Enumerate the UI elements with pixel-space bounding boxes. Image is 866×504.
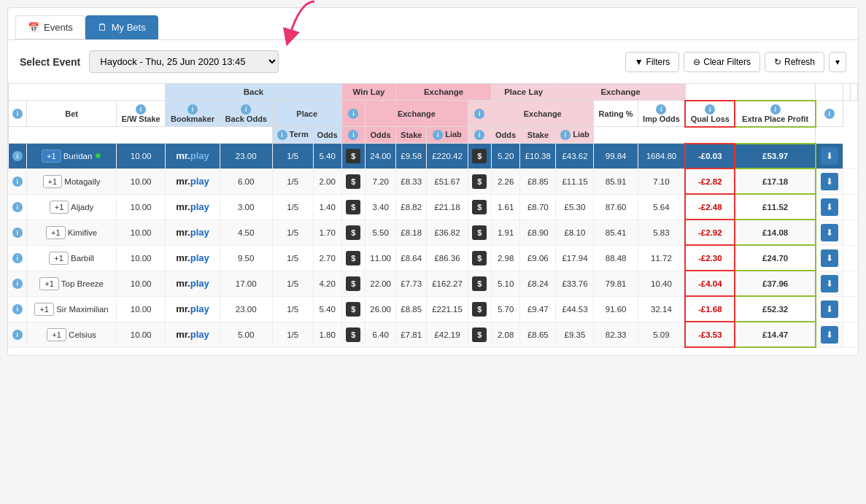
add-bet-button[interactable]: +1 [42,150,61,163]
info-icon-row[interactable]: i [12,228,23,238]
place-lay-s-badge[interactable]: $ [468,271,491,296]
action-button[interactable]: ⬇ [821,301,838,318]
clear-filters-button[interactable]: ⊖ Clear Filters [684,52,760,72]
info-icon-ql[interactable]: i [705,104,715,115]
s-badge-win[interactable]: $ [346,302,360,317]
th-empty-end [594,127,816,144]
s-badge-place[interactable]: $ [472,200,487,214]
dropdown-arrow-button[interactable]: ▾ [829,52,846,72]
info-icon-pt[interactable]: i [277,130,287,140]
info-icon-pl[interactable]: i [474,109,484,119]
win-lay-s-badge[interactable]: $ [341,271,365,296]
action-button[interactable]: ⬇ [821,326,838,344]
info-icon-bet[interactable]: i [12,109,23,119]
info-icon-pl3[interactable]: i [560,130,571,140]
add-button-cell[interactable]: +1 Buridan ● [27,144,117,169]
info-icon-wl[interactable]: i [348,109,358,119]
s-badge-win[interactable]: $ [346,200,360,214]
s-badge-place[interactable]: $ [472,276,487,291]
add-button-cell[interactable]: +1 Aljady [27,194,117,220]
filters-button[interactable]: ▼ Filters [625,52,680,72]
s-badge-place[interactable]: $ [472,225,487,240]
action-cell[interactable]: ⬇ [816,144,843,169]
info-icon-pl2[interactable]: i [474,130,484,140]
action-button[interactable]: ⬇ [821,224,838,241]
info-icon-wl3[interactable]: i [433,130,443,140]
add-bet-button[interactable]: +1 [46,226,66,239]
add-bet-button[interactable]: +1 [39,277,59,290]
info-icon-act[interactable]: i [824,109,835,119]
bookmaker-cell: mr.play [166,296,220,322]
add-bet-button[interactable]: +1 [47,328,66,341]
win-lay-s-badge[interactable]: $ [341,245,365,271]
add-bet-button[interactable]: +1 [43,175,63,188]
s-badge-place[interactable]: $ [472,251,487,265]
clear-filters-label: Clear Filters [703,57,751,67]
win-lay-s-badge[interactable]: $ [341,296,365,322]
s-badge-place[interactable]: $ [472,302,487,317]
place-lay-s-badge[interactable]: $ [468,168,491,194]
table-row: i +1 Motagally 10.00 mr.play 6.00 1/5 2.… [9,168,858,194]
place-lay-s-badge[interactable]: $ [468,296,491,322]
s-badge-place[interactable]: $ [472,327,487,342]
s-badge-win[interactable]: $ [346,174,360,189]
place-lay-s-badge[interactable]: $ [468,245,491,271]
add-button-cell[interactable]: +1 Sir Maximilian [27,296,117,322]
place-lay-s-badge[interactable]: $ [468,322,491,347]
s-badge-win[interactable]: $ [346,149,360,163]
action-button[interactable]: ⬇ [821,249,838,267]
add-button-cell[interactable]: +1 Motagally [27,168,117,194]
info-icon-ew[interactable]: i [136,104,146,115]
add-button-cell[interactable]: +1 Celsius [27,322,117,347]
win-lay-s-badge[interactable]: $ [341,220,365,245]
action-button[interactable]: ⬇ [821,173,838,190]
info-icon-bm[interactable]: i [187,104,198,115]
win-lay-s-badge[interactable]: $ [341,322,365,347]
s-badge-place[interactable]: $ [472,174,487,189]
bookmaker-cell: mr.play [166,322,220,347]
info-icon-row[interactable]: i [12,330,23,340]
info-icon-row[interactable]: i [12,279,23,289]
action-button[interactable]: ⬇ [821,275,838,292]
s-badge-win[interactable]: $ [346,276,360,291]
add-bet-button[interactable]: +1 [49,252,69,265]
action-cell[interactable]: ⬇ [816,245,843,271]
add-button-cell[interactable]: +1 Barbill [27,245,117,271]
win-lay-s-badge[interactable]: $ [341,194,365,220]
action-cell[interactable]: ⬇ [816,271,843,296]
place-lay-s-badge[interactable]: $ [468,144,491,169]
info-icon-bo[interactable]: i [241,104,251,115]
info-icon-row[interactable]: i [12,151,23,161]
s-badge-place[interactable]: $ [472,149,487,163]
action-cell[interactable]: ⬇ [816,322,843,347]
tab-events[interactable]: 📅 Events [15,15,85,39]
add-bet-button[interactable]: +1 [34,303,54,316]
win-lay-s-badge[interactable]: $ [341,144,365,169]
tab-my-bets[interactable]: 🗒 My Bets [85,15,158,39]
info-icon-wl2[interactable]: i [348,130,358,140]
place-lay-s-badge[interactable]: $ [468,220,491,245]
qual-loss-cell: -£1.68 [685,296,735,322]
add-button-cell[interactable]: +1 Kimifive [27,220,117,245]
action-cell[interactable]: ⬇ [816,168,843,194]
s-badge-win[interactable]: $ [346,327,360,342]
add-bet-button[interactable]: +1 [50,201,69,214]
info-icon-row[interactable]: i [12,202,23,212]
s-badge-win[interactable]: $ [346,225,360,240]
s-badge-win[interactable]: $ [346,251,360,265]
action-button[interactable]: ⬇ [821,147,838,165]
win-lay-s-badge[interactable]: $ [341,168,365,194]
info-icon-row[interactable]: i [12,304,23,314]
info-icon-row[interactable]: i [12,253,23,263]
place-lay-s-badge[interactable]: $ [468,194,491,220]
add-button-cell[interactable]: +1 Top Breeze [27,271,117,296]
info-icon-imp[interactable]: i [656,104,666,115]
action-button[interactable]: ⬇ [821,198,838,216]
event-select[interactable]: Haydock - Thu, 25 Jun 2020 13:45 [89,50,279,73]
refresh-button[interactable]: ↻ Refresh [765,52,824,72]
info-icon-row[interactable]: i [12,177,23,187]
info-icon-ep[interactable]: i [770,104,781,115]
action-cell[interactable]: ⬇ [816,296,843,322]
action-cell[interactable]: ⬇ [816,194,843,220]
action-cell[interactable]: ⬇ [816,220,843,245]
